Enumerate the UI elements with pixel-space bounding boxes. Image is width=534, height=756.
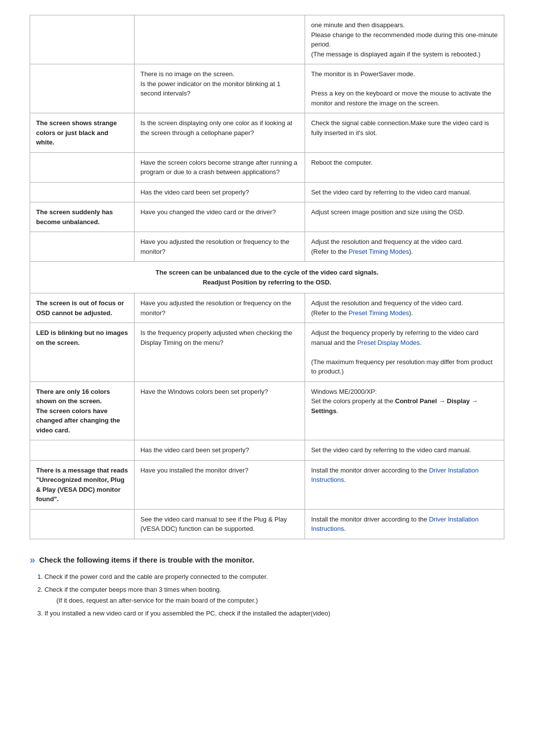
symptom-cell (30, 232, 134, 262)
symptom-cell: There are only 16 colors shown on the sc… (30, 381, 134, 440)
table-row: LED is blinking but no images on the scr… (30, 323, 504, 382)
check-title-text: Check the following items if there is tr… (39, 556, 254, 564)
answer-cell: Adjust the resolution and frequency at t… (305, 232, 504, 262)
question-cell: Have the screen colors become strange af… (134, 152, 305, 182)
preset-timing-link2[interactable]: Preset Timing Modes (349, 309, 409, 317)
driver-install-link1[interactable]: Driver Installation Instructions (311, 467, 479, 484)
table-row: The screen shows strange colors or just … (30, 113, 504, 153)
question-cell: Have you adjusted the resolution or freq… (134, 232, 305, 262)
answer-cell: Check the signal cable connection.Make s… (305, 113, 504, 153)
question-cell: See the video card manual to see if the … (134, 509, 305, 539)
table-row: There are only 16 colors shown on the sc… (30, 381, 504, 440)
list-item: If you installed a new video card or if … (44, 608, 504, 619)
preset-display-link[interactable]: Preset Display Modes (357, 339, 419, 346)
driver-install-link2[interactable]: Driver Installation Instructions (311, 516, 479, 533)
answer-cell: Adjust screen image position and size us… (305, 202, 504, 232)
answer-cell: Adjust the frequency properly by referri… (305, 323, 504, 382)
table-row: The screen suddenly has become unbalance… (30, 202, 504, 232)
check-title: » Check the following items if there is … (30, 554, 504, 566)
notice-row: The screen can be unbalanced due to the … (30, 262, 504, 293)
question-cell: Have you changed the video card or the d… (134, 202, 305, 232)
answer-cell: Install the monitor driver according to … (305, 509, 504, 539)
table-row: Has the video card been set properly? Se… (30, 182, 504, 202)
table-row: The screen is out of focus or OSD cannot… (30, 293, 504, 323)
troubleshoot-table: one minute and then disappears.Please ch… (30, 15, 504, 539)
table-row: See the video card manual to see if the … (30, 509, 504, 539)
arrow-icon: » (30, 554, 35, 566)
question-cell: Has the video card been set properly? (134, 182, 305, 202)
check-section: » Check the following items if there is … (30, 554, 504, 619)
symptom-cell: There is a message that reads "Unrecogni… (30, 460, 134, 509)
symptom-cell (30, 440, 134, 461)
table-row: There is no image on the screen.Is the p… (30, 64, 504, 113)
preset-timing-link[interactable]: Preset Timing Modes (349, 248, 409, 255)
symptom-cell: The screen shows strange colors or just … (30, 113, 134, 153)
symptom-cell (30, 15, 134, 64)
answer-cell: Reboot the computer. (305, 152, 504, 182)
question-cell (134, 15, 305, 64)
notice-cell: The screen can be unbalanced due to the … (30, 262, 504, 293)
answer-cell: Install the monitor driver according to … (305, 460, 504, 509)
question-cell: Is the screen displaying only one color … (134, 113, 305, 153)
table-row: There is a message that reads "Unrecogni… (30, 460, 504, 509)
symptom-cell (30, 182, 134, 202)
answer-cell: Set the video card by referring to the v… (305, 440, 504, 461)
symptom-cell (30, 509, 134, 539)
list-item: Check if the computer beeps more than 3 … (44, 584, 504, 606)
control-panel-bold: Control Panel → Display → Settings (311, 397, 478, 415)
symptom-cell: The screen suddenly has become unbalance… (30, 202, 134, 232)
list-item-indent: (If it does, request an after-service fo… (56, 597, 258, 604)
answer-cell: one minute and then disappears.Please ch… (305, 15, 504, 64)
answer-cell: The monitor is in PowerSaver mode.Press … (305, 64, 504, 113)
symptom-cell (30, 64, 134, 113)
question-cell: Have you installed the monitor driver? (134, 460, 305, 509)
symptom-cell: The screen is out of focus or OSD cannot… (30, 293, 134, 323)
answer-cell: Set the video card by referring to the v… (305, 182, 504, 202)
answer-cell: Adjust the resolution and frequency of t… (305, 293, 504, 323)
table-row: Have you adjusted the resolution or freq… (30, 232, 504, 262)
list-item: Check if the power cord and the cable ar… (44, 571, 504, 582)
question-cell: Is the frequency properly adjusted when … (134, 323, 305, 382)
check-list: Check if the power cord and the cable ar… (44, 571, 504, 619)
page-container: one minute and then disappears.Please ch… (0, 0, 534, 636)
table-row: one minute and then disappears.Please ch… (30, 15, 504, 64)
question-cell: Have you adjusted the resolution or freq… (134, 293, 305, 323)
question-cell: Have the Windows colors been set properl… (134, 381, 305, 440)
symptom-cell: LED is blinking but no images on the scr… (30, 323, 134, 382)
symptom-cell (30, 152, 134, 182)
question-cell: There is no image on the screen.Is the p… (134, 64, 305, 113)
answer-cell: Windows ME/2000/XP:Set the colors proper… (305, 381, 504, 440)
question-cell: Has the video card been set properly? (134, 440, 305, 461)
table-row: Has the video card been set properly? Se… (30, 440, 504, 461)
table-row: Have the screen colors become strange af… (30, 152, 504, 182)
